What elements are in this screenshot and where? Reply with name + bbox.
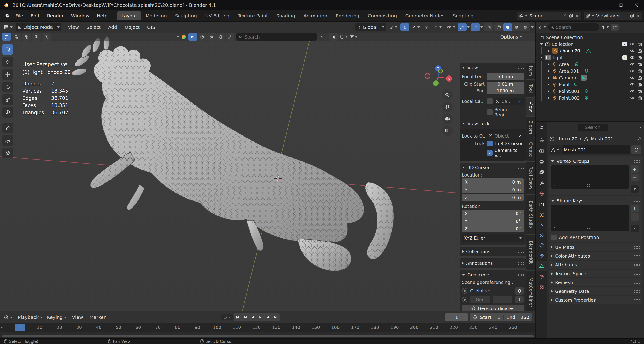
local-camera-checkbox[interactable]: [487, 99, 492, 104]
workspace-tab-compositing[interactable]: Compositing: [364, 11, 401, 20]
hide-eye-icon[interactable]: [630, 95, 635, 100]
shading-solid-button[interactable]: [503, 23, 512, 31]
tab-create[interactable]: Create: [526, 139, 536, 161]
drag-dots-icon[interactable]: [634, 272, 640, 275]
viewport-menu-add[interactable]: Add: [105, 23, 120, 31]
editor-type-button[interactable]: [536, 123, 547, 132]
tab-output[interactable]: [536, 157, 547, 166]
cursor-rot-z[interactable]: Z0°: [462, 225, 524, 232]
maximize-button[interactable]: [613, 0, 629, 10]
bk-category-model-button[interactable]: [188, 33, 197, 41]
shading-dropdown-icon[interactable]: [531, 26, 534, 28]
select-mode-invert-button[interactable]: [32, 33, 41, 41]
workspace-tab-sculpting[interactable]: Sculpting: [171, 11, 201, 20]
bk-bookmarks-button[interactable]: [329, 33, 338, 41]
disable-render-icon[interactable]: [638, 69, 642, 73]
bk-display-dropdown[interactable]: [340, 35, 348, 39]
drag-dots-icon[interactable]: [634, 290, 640, 293]
navigation-gizmo[interactable]: Z X: [422, 61, 454, 93]
add-rest-position-checkbox[interactable]: [551, 235, 556, 240]
workspace-tab-shading[interactable]: Shading: [272, 11, 299, 20]
tool-scale[interactable]: [2, 94, 13, 105]
tool-annotate[interactable]: [2, 123, 13, 133]
disable-render-icon[interactable]: [638, 42, 642, 46]
disable-render-icon[interactable]: [638, 55, 642, 60]
editor-type-button[interactable]: [2, 23, 14, 31]
tab-view[interactable]: View: [526, 98, 536, 116]
pivot-point-dropdown[interactable]: [388, 23, 399, 31]
clip-start-field[interactable]: 0.01 m: [487, 82, 524, 87]
add-crs-button[interactable]: +: [515, 296, 524, 303]
add-shape-key-button[interactable]: +: [630, 205, 639, 212]
playback-menu[interactable]: Playback: [16, 313, 44, 321]
viewport-3d[interactable]: Object Mode View Select Add Object GIS G…: [0, 22, 536, 311]
camera-view-icon[interactable]: [442, 113, 452, 124]
blenderkit-collapse-icon[interactable]: [177, 36, 179, 38]
tab-object[interactable]: [536, 210, 547, 220]
tool-add-primitive[interactable]: [2, 148, 13, 159]
expand-icon[interactable]: [548, 63, 549, 65]
workspace-tab-uv-editing[interactable]: UV Editing: [201, 11, 234, 20]
menu-file[interactable]: File: [12, 12, 27, 20]
hide-eye-icon[interactable]: [630, 48, 635, 53]
outliner-row-area[interactable]: Area: [538, 61, 644, 68]
eyedropper-icon[interactable]: [518, 134, 522, 138]
tab-material[interactable]: [536, 272, 547, 282]
pin-icon[interactable]: [637, 137, 641, 141]
pin-icon[interactable]: [563, 14, 567, 18]
fake-user-button[interactable]: [632, 145, 641, 154]
disable-render-icon[interactable]: [638, 82, 642, 87]
hide-eye-icon[interactable]: [630, 42, 635, 46]
panel-annotations[interactable]: Annotations: [460, 258, 526, 268]
app-menu-button[interactable]: [2, 12, 12, 20]
drag-dots-icon[interactable]: [634, 263, 640, 266]
tab-tool[interactable]: [536, 135, 547, 145]
breadcrumb-data[interactable]: Mesh.001: [591, 136, 613, 142]
viewport-canvas[interactable]: [0, 22, 536, 311]
outliner-row-point001[interactable]: Point.001: [538, 88, 644, 95]
workspace-tab-geometry-nodes[interactable]: Geometry Nodes: [401, 11, 449, 20]
hide-eye-icon[interactable]: [630, 62, 635, 67]
playhead[interactable]: 1: [15, 324, 25, 331]
expand-icon[interactable]: [540, 43, 543, 45]
workspace-tab-rendering[interactable]: Rendering: [332, 11, 364, 20]
pan-hand-icon[interactable]: [442, 102, 452, 112]
play-button[interactable]: [256, 313, 264, 321]
properties-search[interactable]: [578, 124, 609, 131]
expand-icon[interactable]: [548, 97, 549, 99]
outliner-row-choco20[interactable]: choco 20: [538, 47, 644, 54]
options-dropdown[interactable]: Options: [500, 34, 522, 40]
play-reverse-button[interactable]: [249, 313, 256, 321]
drag-dots-icon[interactable]: [634, 199, 640, 202]
bk-category-material-button[interactable]: [198, 33, 206, 41]
timeline-scrollbar[interactable]: [2, 336, 534, 338]
outliner-row-point[interactable]: Point: [538, 81, 644, 88]
hide-eye-icon[interactable]: [630, 82, 635, 87]
outliner-search[interactable]: [548, 23, 599, 31]
panel-custom-properties[interactable]: Custom Properties: [549, 296, 642, 304]
tab-physics[interactable]: [536, 241, 547, 250]
keying-menu[interactable]: Keying: [45, 313, 68, 321]
add-workspace-button[interactable]: +: [478, 11, 486, 20]
xray-toggle[interactable]: [484, 23, 493, 31]
vertex-groups-list[interactable]: [551, 165, 629, 189]
outliner-filter-dropdown[interactable]: [601, 25, 609, 29]
mode-dropdown[interactable]: Object Mode: [16, 23, 62, 31]
bk-category-brush-button[interactable]: [226, 33, 234, 41]
workspace-tab-texture-paint[interactable]: Texture Paint: [234, 11, 272, 20]
panel-geometry-data[interactable]: Geometry Data: [549, 287, 642, 295]
tab-blenderkit[interactable]: BlenderKit: [526, 235, 536, 270]
remove-shape-key-button[interactable]: −: [630, 213, 639, 221]
tab-item[interactable]: Item: [526, 63, 536, 79]
gizmo-y-neg-axis[interactable]: [438, 69, 442, 73]
geo-radio[interactable]: [462, 297, 468, 302]
shape-keys-list[interactable]: [551, 205, 629, 231]
proportional-falloff-dropdown[interactable]: [432, 23, 442, 31]
outliner-row-area001[interactable]: Area.001: [538, 68, 644, 74]
tab-real-snow[interactable]: Real Snow: [526, 162, 536, 194]
properties-search-input[interactable]: [585, 125, 606, 130]
panel-texture-space[interactable]: Texture Space: [549, 270, 642, 277]
timeline-view-menu[interactable]: View: [69, 314, 86, 321]
exclude-checkbox[interactable]: ✓: [622, 42, 627, 46]
next-keyframe-button[interactable]: [264, 313, 272, 321]
